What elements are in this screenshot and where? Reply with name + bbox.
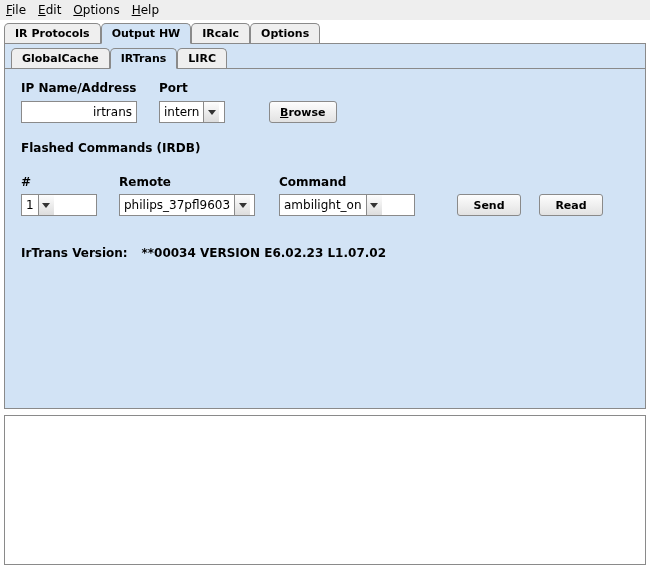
menu-help[interactable]: Help xyxy=(132,3,159,17)
send-button[interactable]: Send xyxy=(457,194,521,216)
tab-globalcache[interactable]: GlobalCache xyxy=(11,48,110,68)
tab-lirc[interactable]: LIRC xyxy=(177,48,227,68)
number-select[interactable]: 1 xyxy=(21,194,97,216)
command-select-value: ambilight_on xyxy=(280,195,366,215)
remote-select[interactable]: philips_37pfl9603 xyxy=(119,194,255,216)
ip-label: IP Name/Address xyxy=(21,81,159,95)
version-label: IrTrans Version: xyxy=(21,246,128,260)
chevron-down-icon xyxy=(203,102,219,122)
menu-options[interactable]: Options xyxy=(73,3,119,17)
tab-options[interactable]: Options xyxy=(250,23,320,43)
tab-ircalc[interactable]: IRcalc xyxy=(191,23,250,43)
outer-tabrow: IR Protocols Output HW IRcalc Options xyxy=(4,22,650,43)
number-select-value: 1 xyxy=(22,195,38,215)
ip-address-input[interactable] xyxy=(21,101,137,123)
output-hw-panel: GlobalCache IRTrans LIRC IP Name/Address… xyxy=(4,43,646,409)
tab-output-hw[interactable]: Output HW xyxy=(101,23,192,44)
inner-tabrow: GlobalCache IRTrans LIRC xyxy=(5,44,645,68)
menu-file[interactable]: File xyxy=(6,3,26,17)
remote-select-value: philips_37pfl9603 xyxy=(120,195,234,215)
port-label: Port xyxy=(159,81,249,95)
col-command-label: Command xyxy=(279,175,439,189)
flashed-commands-title: Flashed Commands (IRDB) xyxy=(21,141,629,155)
chevron-down-icon xyxy=(366,195,382,215)
port-select[interactable]: intern xyxy=(159,101,225,123)
irtrans-content: IP Name/Address Port intern Browse Flash… xyxy=(5,68,645,408)
col-number-label: # xyxy=(21,175,119,189)
chevron-down-icon xyxy=(38,195,54,215)
col-remote-label: Remote xyxy=(119,175,279,189)
tab-ir-protocols[interactable]: IR Protocols xyxy=(4,23,101,43)
version-value: **00034 VERSION E6.02.23 L1.07.02 xyxy=(142,246,386,260)
port-select-value: intern xyxy=(160,102,203,122)
tab-irtrans[interactable]: IRTrans xyxy=(110,48,178,69)
command-select[interactable]: ambilight_on xyxy=(279,194,415,216)
read-button[interactable]: Read xyxy=(539,194,603,216)
browse-button[interactable]: Browse xyxy=(269,101,337,123)
chevron-down-icon xyxy=(234,195,250,215)
menu-bar: File Edit Options Help xyxy=(0,0,650,20)
version-row: IrTrans Version: **00034 VERSION E6.02.2… xyxy=(21,246,629,260)
menu-edit[interactable]: Edit xyxy=(38,3,61,17)
log-pane[interactable] xyxy=(4,415,646,565)
